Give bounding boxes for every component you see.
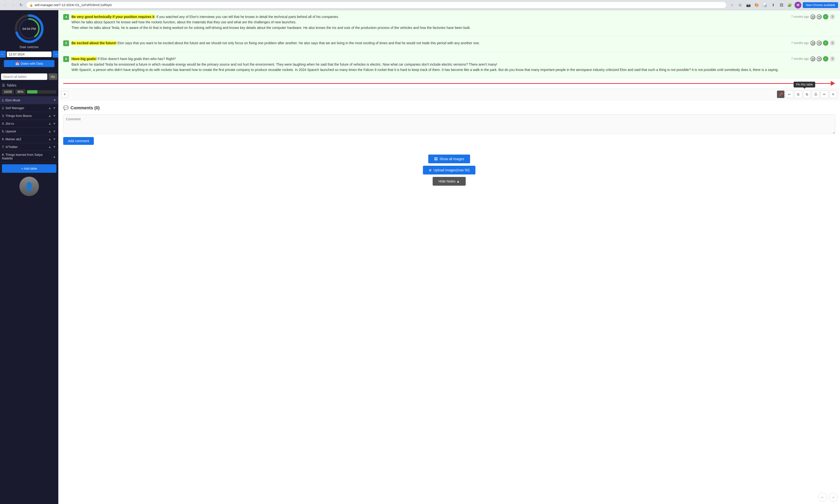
up-btn-7[interactable]: ▲ <box>48 145 52 149</box>
up-btn-2[interactable]: ▲ <box>48 106 52 110</box>
note-item-4: 4 Be very good technically if your posit… <box>58 10 840 36</box>
table-item-1[interactable]: 1. Elon Musk ▼ <box>0 96 58 104</box>
up-btn-3[interactable]: ▲ <box>48 114 52 118</box>
up-btn-4[interactable]: ▲ <box>48 122 52 125</box>
note-settings-5[interactable]: ⚙ <box>810 40 815 46</box>
upload-images-button[interactable]: ⊕ Upload images(max 50) <box>423 166 476 175</box>
show-images-button[interactable]: 🖼 Show all images <box>428 155 470 163</box>
comment-textarea[interactable] <box>63 114 835 134</box>
down-btn-2[interactable]: ▼ <box>52 106 56 110</box>
date-switcher-label: Date switcher <box>20 45 39 49</box>
updown-5: ▲ ▼ <box>48 129 56 133</box>
pin-button[interactable]: 📌 <box>777 90 785 98</box>
translate-button[interactable]: G <box>737 2 744 8</box>
table-item-8[interactable]: 8. Things learned from Satya Nadella ▲ <box>0 151 58 162</box>
clock-time: 04:04 PM <box>22 27 36 31</box>
up-btn-8[interactable]: ▲ <box>52 155 56 159</box>
ext1-button[interactable]: 📊 <box>762 2 768 8</box>
date-next-button[interactable]: → <box>53 51 58 58</box>
note-text-4: Be very good technically if your positio… <box>71 14 470 30</box>
updown-8: ▲ <box>52 155 56 159</box>
duplicate-button[interactable]: ⧉ <box>803 90 811 98</box>
browser-actions: ☆ G 📷 🎨 📊 ⬆ 🖼 🧩 M New Chrome available <box>729 2 838 8</box>
add-table-button[interactable]: + Add table <box>2 164 56 173</box>
extensions-button[interactable]: 🧩 <box>786 2 793 8</box>
updown-3: ▲ ▼ <box>48 114 56 118</box>
bookmark-button[interactable]: ☆ <box>729 2 735 8</box>
pin-tooltip: Pin this table <box>793 82 815 88</box>
note-check-4: ✓ <box>823 14 828 19</box>
tables-label: Tables <box>6 83 16 87</box>
search-go-button[interactable]: Go <box>48 73 57 80</box>
main-layout: 04:04 PM Date switcher ← → 📅 Dates with … <box>0 10 840 504</box>
back-button[interactable]: ← <box>2 2 9 8</box>
search-row: Go <box>0 73 58 80</box>
search-input[interactable] <box>1 73 48 80</box>
note-header-6: 6 Have big goals! If Elon doesn't have b… <box>63 56 835 72</box>
note-view-5[interactable]: 👁 <box>817 40 822 46</box>
note-settings-6[interactable]: ⚙ <box>810 56 815 61</box>
content-area: 4 Be very good technically if your posit… <box>58 10 840 504</box>
date-input[interactable] <box>7 52 52 57</box>
updown-4: ▲ ▼ <box>48 122 56 125</box>
note-count-5: 5 <box>830 40 835 46</box>
copy-button[interactable]: ⧉ <box>794 90 802 98</box>
tables-stats: 10/28 36% <box>0 88 58 96</box>
note-badge-5: 5 <box>63 40 69 46</box>
hide-notes-button[interactable]: Hide Notes ▲ <box>433 177 465 186</box>
camera-button[interactable]: 📷 <box>745 2 752 8</box>
updown-2: ▲ ▼ <box>48 106 56 110</box>
add-comment-button[interactable]: Add comment <box>63 137 94 145</box>
next-page-button[interactable]: → <box>829 493 838 502</box>
color-button[interactable]: 🎨 <box>753 2 760 8</box>
layout-button[interactable]: ☰ <box>812 90 820 98</box>
close-button[interactable]: ✕ <box>829 90 837 98</box>
edit-button[interactable]: ✏ <box>821 90 828 98</box>
address-bar[interactable]: 🔒 self-manager.net/7-12-2024/-O1_1xFsPG9… <box>26 2 727 8</box>
calendar-icon: 📅 <box>15 62 19 65</box>
down-btn-7[interactable]: ▼ <box>52 145 56 149</box>
down-btn-4[interactable]: ▼ <box>52 122 56 125</box>
down-btn-6[interactable]: ▼ <box>52 137 56 141</box>
speech-bubble-icon: 💬 <box>63 105 69 111</box>
forward-button[interactable]: → <box>10 2 17 8</box>
profile-picture: 👤 <box>19 177 39 196</box>
note-item-5: 5 Be excited about the future! Elon says… <box>58 36 840 52</box>
prev-page-button[interactable]: ← <box>818 493 827 502</box>
clock-area: 04:04 PM Date switcher ← → 📅 Dates with … <box>0 10 58 73</box>
table-item-name-3: 3. Things from Bezos <box>2 114 48 118</box>
note-text-6: Have big goals! If Elon doesn't have big… <box>71 56 779 72</box>
clock-ring: 04:04 PM <box>15 14 44 43</box>
note-badge-4: 4 <box>63 14 69 20</box>
note-badge-6: 6 <box>63 56 69 62</box>
table-item-5[interactable]: 5. Upwork ▲ ▼ <box>0 128 58 136</box>
new-chrome-button[interactable]: New Chrome available <box>803 2 838 8</box>
profile-button[interactable]: M <box>794 2 801 8</box>
ext2-button[interactable]: ⬆ <box>770 2 776 8</box>
note-text-5: Be excited about the future! Elon says t… <box>71 40 480 46</box>
add-note-button[interactable]: + <box>61 91 68 98</box>
table-item-2[interactable]: 2. Self Manager ▲ ▼ <box>0 104 58 112</box>
table-item-7[interactable]: 7. X/Twitter ▲ ▼ <box>0 143 58 151</box>
reload-button[interactable]: ↻ <box>18 2 24 8</box>
up-btn-5[interactable]: ▲ <box>48 129 52 133</box>
table-item-3[interactable]: 3. Things from Bezos ▲ ▼ <box>0 112 58 120</box>
lock-icon: 🔒 <box>30 3 33 7</box>
ext3-button[interactable]: 🖼 <box>778 2 785 8</box>
share-button[interactable]: ↩ <box>786 90 793 98</box>
down-btn-3[interactable]: ▼ <box>52 114 56 118</box>
table-item-6[interactable]: 6. Marian abZ ▲ ▼ <box>0 136 58 143</box>
note-settings-4[interactable]: ⚙ <box>810 14 815 19</box>
note-time-5: 7 months ago <box>791 41 809 45</box>
arrow-head <box>831 81 835 86</box>
down-btn-5[interactable]: ▼ <box>52 129 56 133</box>
date-prev-button[interactable]: ← <box>0 51 6 58</box>
table-item-4[interactable]: 4. 2lol.ro ▲ ▼ <box>0 120 58 128</box>
table-list: 1. Elon Musk ▼ 2. Self Manager ▲ ▼ 3. Th… <box>0 96 58 162</box>
note-title-6: Have big goals! <box>71 57 96 61</box>
dates-with-data-button[interactable]: 📅 Dates with Data <box>4 60 54 67</box>
up-btn-6[interactable]: ▲ <box>48 137 52 141</box>
note-view-4[interactable]: 👁 <box>817 14 822 19</box>
upload-images-label: Upload images(max 50) <box>434 168 470 172</box>
note-view-6[interactable]: 👁 <box>817 56 822 61</box>
